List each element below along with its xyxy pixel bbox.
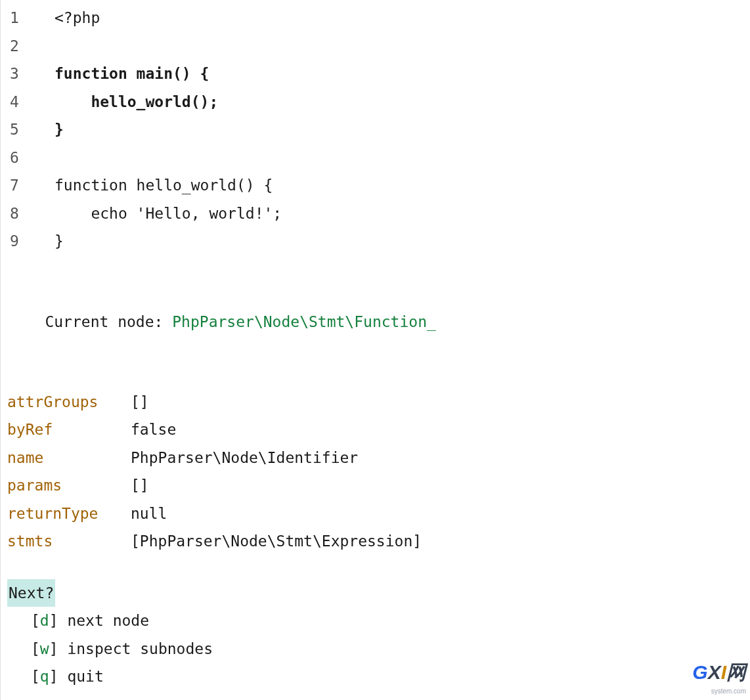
prompt-option[interactable]: [d] next node xyxy=(7,607,743,635)
current-node-label: Current node: xyxy=(45,313,172,330)
current-node-line: Current node: PhpParser\Node\Stmt\Functi… xyxy=(7,280,743,364)
option-desc: inspect subnodes xyxy=(67,640,213,657)
code-line: 9} xyxy=(7,227,282,255)
line-number: 7 xyxy=(7,171,37,200)
code-line: 4 hello_world(); xyxy=(7,88,282,116)
property-value: [] xyxy=(131,471,149,500)
line-number: 4 xyxy=(7,88,37,116)
line-number: 3 xyxy=(7,60,37,88)
code-line: 1<?php xyxy=(7,4,282,32)
property-value: [] xyxy=(131,388,149,416)
code-line: 7function hello_world() { xyxy=(7,171,282,200)
line-number: 8 xyxy=(7,200,37,228)
option-key: d xyxy=(40,612,49,629)
property-key: stmts xyxy=(7,527,131,556)
property-value: PhpParser\Node\Identifier xyxy=(131,444,358,472)
code-text: function hello_world() { xyxy=(37,171,282,200)
property-value: false xyxy=(131,416,176,444)
property-key: attrGroups xyxy=(7,388,131,416)
property-key: name xyxy=(7,444,131,472)
line-number: 6 xyxy=(7,144,37,172)
prompt-question: Next? xyxy=(7,579,55,607)
line-number: 9 xyxy=(7,227,37,255)
property-value: null xyxy=(131,500,167,528)
code-text: function main() { xyxy=(37,60,282,88)
code-listing: 1<?php23function main() {4 hello_world()… xyxy=(7,4,282,255)
code-text: hello_world(); xyxy=(37,88,282,116)
property-row: params[] xyxy=(7,471,743,500)
code-line: 3function main() { xyxy=(7,60,282,88)
line-number: 1 xyxy=(7,4,37,32)
property-key: params xyxy=(7,471,131,500)
property-row: namePhpParser\Node\Identifier xyxy=(7,444,743,472)
option-desc: next node xyxy=(67,612,149,629)
property-row: stmts[PhpParser\Node\Stmt\Expression] xyxy=(7,527,743,556)
code-text: } xyxy=(37,227,282,255)
property-row: returnTypenull xyxy=(7,500,743,528)
code-line: 6 xyxy=(7,144,282,172)
code-text: echo 'Hello, world!'; xyxy=(37,200,282,228)
line-number: 2 xyxy=(7,32,37,60)
option-desc: quit xyxy=(67,668,103,685)
property-key: byRef xyxy=(7,416,131,444)
code-line: 2 xyxy=(7,32,282,60)
code-text: <?php xyxy=(37,4,282,32)
code-text xyxy=(37,144,282,172)
prompt-cursor[interactable]: > xyxy=(7,691,743,700)
property-value: [PhpParser\Node\Stmt\Expression] xyxy=(131,527,422,556)
prompt-option[interactable]: [w] inspect subnodes xyxy=(7,635,743,663)
option-key: w xyxy=(40,640,49,657)
current-node-value: PhpParser\Node\Stmt\Function_ xyxy=(172,313,436,330)
watermark-logo: GXI网 system.com xyxy=(692,654,746,697)
prompt-block: Next? [d] next node[w] inspect subnodes[… xyxy=(7,579,743,700)
code-line: 5} xyxy=(7,116,282,144)
node-properties: attrGroups[]byReffalsenamePhpParser\Node… xyxy=(7,388,743,556)
code-line: 8 echo 'Hello, world!'; xyxy=(7,200,282,228)
property-row: byReffalse xyxy=(7,416,743,444)
code-text: } xyxy=(37,116,282,144)
option-key: q xyxy=(40,668,49,685)
property-key: returnType xyxy=(7,500,131,528)
property-row: attrGroups[] xyxy=(7,388,743,416)
prompt-option[interactable]: [q] quit xyxy=(7,663,743,691)
line-number: 5 xyxy=(7,116,37,144)
code-text xyxy=(37,32,282,60)
